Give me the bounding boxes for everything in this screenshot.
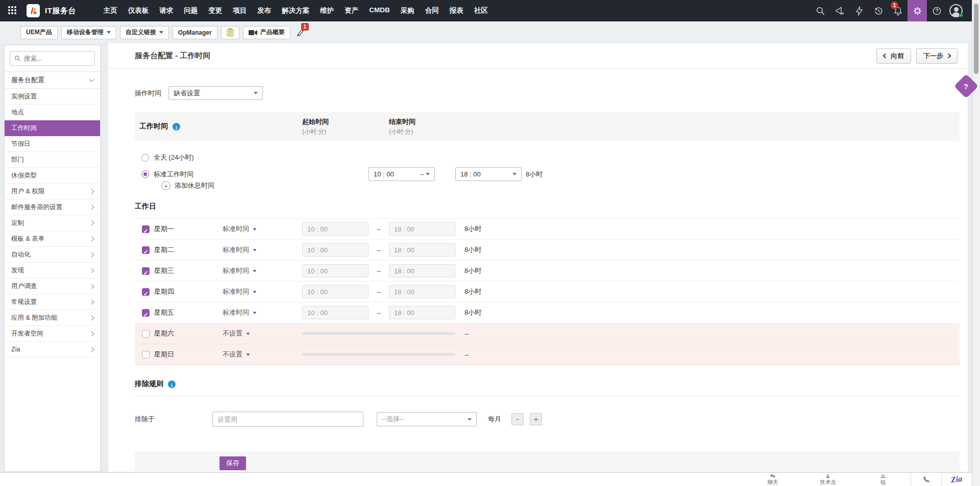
top-menu-item[interactable]: 发布 <box>257 6 271 15</box>
chat-dock-item[interactable]: 聊天 <box>745 473 800 486</box>
zia-dock-item[interactable]: Zia <box>941 473 972 486</box>
sidebar-item[interactable]: 节假日 <box>5 136 100 152</box>
sidebar-item[interactable]: 定制 <box>5 215 100 231</box>
sidebar-item[interactable]: Zia <box>5 342 100 357</box>
day-checkbox[interactable] <box>142 330 150 338</box>
top-menu-item[interactable]: 变更 <box>208 6 222 15</box>
time-range-separator: – <box>369 288 389 296</box>
settings-gear-icon[interactable] <box>908 0 927 21</box>
day-end-time-input[interactable]: 18 : 00 <box>389 264 455 277</box>
sidebar-item[interactable]: 休假类型 <box>5 168 100 184</box>
day-start-time-input[interactable]: 10 : 00 <box>302 243 369 257</box>
end-time-select[interactable]: 18 : 00 <box>455 167 522 181</box>
opmanager-button[interactable]: OpManager <box>173 26 217 39</box>
add-exclusion-button[interactable]: + <box>530 413 542 425</box>
day-checkbox[interactable] <box>142 267 150 275</box>
day-end-time-input[interactable]: 18 : 00 <box>389 243 455 257</box>
sidebar-item[interactable]: 发现 <box>5 263 100 278</box>
feedback-pen-button[interactable]: 1 <box>296 27 305 38</box>
sidebar-item[interactable]: 邮件服务器的设置 <box>5 199 100 215</box>
user-avatar[interactable] <box>946 0 966 21</box>
day-checkbox[interactable] <box>142 225 150 233</box>
search-icon[interactable] <box>811 0 830 21</box>
sidebar-item[interactable]: 部门 <box>5 152 100 168</box>
sidebar-item[interactable]: 常规设置 <box>5 294 100 310</box>
sidebar-item[interactable]: 应用 & 附加功能 <box>5 310 100 326</box>
workday-row: 星期日 不设置 – -- <box>135 344 960 365</box>
top-menu-item[interactable]: 维护 <box>320 6 334 15</box>
top-menu-item[interactable]: 项目 <box>233 6 247 15</box>
day-end-time-input[interactable]: 18 : 00 <box>389 285 455 298</box>
top-menu-item[interactable]: CMDB <box>369 6 390 15</box>
day-mode-dropdown[interactable]: 不设置 <box>223 329 302 338</box>
sidebar-search-input[interactable] <box>24 55 90 62</box>
top-menu-item[interactable]: 仪表板 <box>128 6 149 15</box>
day-mode-dropdown[interactable]: 标准时间 <box>223 287 302 296</box>
top-menu-item[interactable]: 资产 <box>345 6 358 15</box>
top-menu-item[interactable]: 请求 <box>159 6 173 15</box>
sidebar-section-servicedesk-config[interactable]: 服务台配置 <box>5 71 100 89</box>
history-icon[interactable] <box>869 0 888 21</box>
day-mode-dropdown[interactable]: 标准时间 <box>223 308 302 317</box>
save-button[interactable]: 保存 <box>219 456 246 470</box>
sidebar-item[interactable]: 自动化 <box>5 247 100 263</box>
sidebar-item[interactable]: 用户 & 权限 <box>5 184 100 199</box>
day-mode-dropdown[interactable]: 标准时间 <box>223 224 302 234</box>
day-start-time-input[interactable]: 10 : 00 <box>302 264 369 277</box>
mdm-button[interactable]: 移动设备管理 <box>61 26 116 39</box>
technician-dock-item[interactable]: 技术员 <box>800 473 855 486</box>
next-button[interactable]: 下一步 <box>916 48 958 64</box>
add-break-button[interactable]: 添加休息时间 <box>135 181 223 190</box>
exclusion-day-select[interactable]: --选择-- <box>377 412 477 426</box>
sidebar-item[interactable]: 工作时间 <box>5 120 100 136</box>
lightning-icon[interactable] <box>849 0 869 21</box>
help-icon[interactable] <box>927 0 946 21</box>
group-dock-item[interactable]: 组 <box>855 473 911 486</box>
back-button[interactable]: 向前 <box>876 48 911 64</box>
custom-links-button[interactable]: 自定义链接 <box>120 26 169 39</box>
top-menu-item[interactable]: 合同 <box>425 6 439 15</box>
day-mode-dropdown[interactable]: 标准时间 <box>223 245 302 254</box>
day-checkbox[interactable] <box>142 288 150 296</box>
standard-time-radio[interactable] <box>141 170 149 178</box>
set-week-input[interactable] <box>212 412 363 427</box>
product-overview-button[interactable]: 产品概要 <box>243 26 290 39</box>
operation-time-select[interactable]: 缺省设置 <box>168 86 263 100</box>
app-logo[interactable] <box>27 4 40 17</box>
top-menu-item[interactable]: 问题 <box>184 6 198 15</box>
day-mode-dropdown[interactable]: 不设置 <box>223 350 302 359</box>
day-checkbox[interactable] <box>142 351 150 359</box>
day-end-time-input[interactable]: 18 : 00 <box>389 222 455 236</box>
day-start-time-input[interactable]: 10 : 00 <box>302 285 369 298</box>
info-icon[interactable] <box>173 123 180 131</box>
day-end-time-input[interactable]: 18 : 00 <box>389 306 455 319</box>
notes-button[interactable] <box>221 26 239 39</box>
top-menu-item[interactable]: 主页 <box>104 6 117 15</box>
app-title: IT服务台 <box>45 6 76 16</box>
top-menu-item[interactable]: 解决方案 <box>282 6 309 15</box>
app-grid-icon[interactable] <box>8 6 17 15</box>
notifications-bell-icon[interactable]: 1 <box>888 0 908 21</box>
remove-exclusion-button[interactable]: - <box>511 413 524 425</box>
sidebar-item[interactable]: 地点 <box>5 105 100 120</box>
duration-label: 8小时 <box>517 170 960 179</box>
all-day-radio[interactable] <box>141 154 149 162</box>
day-mode-dropdown[interactable]: 标准时间 <box>223 266 302 275</box>
top-menu-item[interactable]: 社区 <box>474 6 488 15</box>
sidebar-item[interactable]: 用户调查 <box>5 278 100 294</box>
day-checkbox[interactable] <box>142 246 150 254</box>
phone-dock-item[interactable] <box>911 473 941 486</box>
info-icon[interactable] <box>168 380 176 388</box>
announcement-icon[interactable] <box>830 0 849 21</box>
chevron-right-icon <box>89 268 94 273</box>
top-menu-item[interactable]: 采购 <box>401 6 414 15</box>
day-checkbox[interactable] <box>142 309 150 317</box>
uem-product-button[interactable]: UEM产品 <box>20 26 58 39</box>
day-start-time-input[interactable]: 10 : 00 <box>302 222 369 236</box>
day-start-time-input[interactable]: 10 : 00 <box>302 306 369 319</box>
sidebar-item[interactable]: 实例设置 <box>5 89 100 105</box>
scrollbar-thumb[interactable] <box>974 4 978 74</box>
sidebar-item[interactable]: 开发者空间 <box>5 326 100 342</box>
top-menu-item[interactable]: 报表 <box>450 6 463 15</box>
sidebar-item[interactable]: 模板 & 表单 <box>5 231 100 247</box>
